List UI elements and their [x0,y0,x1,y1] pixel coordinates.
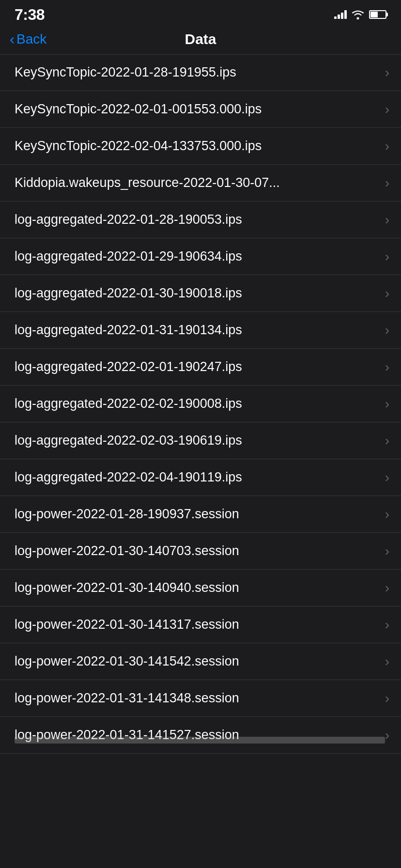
list-item-name: log-aggregated-2022-02-02-190008.ips [15,395,385,412]
list-item[interactable]: log-aggregated-2022-01-29-190634.ips› [0,238,401,275]
chevron-icon: › [385,654,389,669]
list-item[interactable]: log-aggregated-2022-01-28-190053.ips› [0,202,401,238]
list-item-name: log-aggregated-2022-01-31-190134.ips [15,322,385,339]
list-item[interactable]: log-power-2022-01-31-141348.session› [0,680,401,717]
nav-title: Data [185,31,216,47]
list-item[interactable]: log-aggregated-2022-02-01-190247.ips› [0,349,401,386]
chevron-icon: › [385,359,389,375]
chevron-icon: › [385,286,389,301]
chevron-icon: › [385,691,389,706]
back-button[interactable]: ‹ Back [10,31,46,47]
chevron-icon: › [385,580,389,596]
chevron-icon: › [385,249,389,264]
list-item-name: log-power-2022-01-30-141542.session [15,653,385,670]
wifi-icon [352,10,364,19]
list-item-name: log-aggregated-2022-02-04-190119.ips [15,469,385,486]
list-item-name: log-power-2022-01-30-140703.session [15,542,385,559]
list-item[interactable]: Kiddopia.wakeups_resource-2022-01-30-07.… [0,165,401,202]
list-item[interactable]: log-power-2022-01-30-141317.session› [0,606,401,643]
chevron-icon: › [385,617,389,633]
status-time: 7:38 [15,6,45,24]
list-item[interactable]: KeySyncTopic-2022-02-04-133753.000.ips› [0,128,401,165]
list-item-name: log-power-2022-01-30-140940.session [15,579,385,596]
chevron-icon: › [385,433,389,449]
chevron-icon: › [385,175,389,191]
list-item[interactable]: KeySyncTopic-2022-01-28-191955.ips› [0,54,401,91]
back-chevron-icon: ‹ [10,32,15,46]
list-item[interactable]: log-power-2022-01-30-141542.session› [0,643,401,680]
list-item[interactable]: log-power-2022-01-28-190937.session› [0,496,401,533]
list-item-name: log-aggregated-2022-01-29-190634.ips [15,248,385,265]
list-item-name: log-power-2022-01-28-190937.session [15,506,385,523]
list-item-name: KeySyncTopic-2022-01-28-191955.ips [15,64,385,81]
chevron-icon: › [385,728,389,743]
list-item-name: log-power-2022-01-31-141348.session [15,690,385,707]
list-item[interactable]: log-power-2022-01-30-140703.session› [0,533,401,570]
list-item[interactable]: log-power-2022-01-30-140940.session› [0,570,401,606]
nav-bar: ‹ Back Data [0,26,401,54]
list-item[interactable]: log-aggregated-2022-02-04-190119.ips› [0,459,401,496]
list-item[interactable]: KeySyncTopic-2022-02-01-001553.000.ips› [0,91,401,128]
list-item-name: log-aggregated-2022-01-28-190053.ips [15,211,385,228]
back-label: Back [16,31,46,47]
list-item[interactable]: log-aggregated-2022-01-31-190134.ips› [0,312,401,349]
list-item[interactable]: log-power-2022-01-31-141527.session› [0,717,401,754]
chevron-icon: › [385,396,389,412]
list-item-name: log-power-2022-01-31-141527.session [15,727,385,744]
chevron-icon: › [385,323,389,338]
list-item-name: KeySyncTopic-2022-02-01-001553.000.ips [15,101,385,118]
chevron-icon: › [385,102,389,117]
chevron-icon: › [385,543,389,559]
battery-icon [369,10,386,19]
chevron-icon: › [385,212,389,228]
chevron-icon: › [385,65,389,80]
status-icons [334,10,386,19]
list-item-name: KeySyncTopic-2022-02-04-133753.000.ips [15,138,385,155]
chevron-icon: › [385,139,389,154]
list-item[interactable]: log-aggregated-2022-01-30-190018.ips› [0,275,401,312]
signal-icon [334,10,347,19]
list-item-name: log-power-2022-01-30-141317.session [15,616,385,633]
chevron-icon: › [385,470,389,485]
list-item-name: log-aggregated-2022-01-30-190018.ips [15,285,385,302]
chevron-icon: › [385,507,389,522]
list-item[interactable]: log-aggregated-2022-02-02-190008.ips› [0,386,401,422]
list-item-name: log-aggregated-2022-02-01-190247.ips [15,358,385,375]
file-list: KeySyncTopic-2022-01-28-191955.ips›KeySy… [0,54,401,754]
list-item[interactable]: log-aggregated-2022-02-03-190619.ips› [0,422,401,459]
status-bar: 7:38 [0,0,401,26]
list-item-name: log-aggregated-2022-02-03-190619.ips [15,432,385,449]
list-item-name: Kiddopia.wakeups_resource-2022-01-30-07.… [15,174,385,191]
